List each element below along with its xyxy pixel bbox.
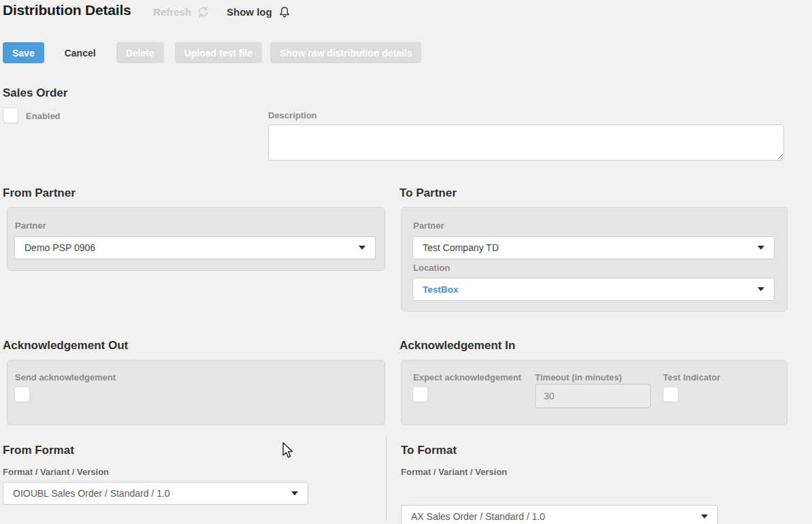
- show-log-button[interactable]: Show log: [227, 5, 291, 19]
- description-label: Description: [268, 110, 317, 120]
- expect-acknowledgement-checkbox[interactable]: [412, 387, 428, 402]
- delete-button[interactable]: Delete: [116, 42, 164, 63]
- sales-order-heading: Sales Order: [3, 86, 67, 100]
- chevron-down-icon: [701, 514, 708, 519]
- to-partner-partner-label: Partner: [413, 220, 444, 231]
- timeout-input[interactable]: [535, 384, 651, 408]
- to-partner-panel: Partner Test Company TD Location TestBox: [401, 207, 787, 312]
- acknowledgement-out-heading: Acknowledgement Out: [3, 339, 128, 353]
- enabled-label: Enabled: [26, 111, 61, 121]
- description-textarea[interactable]: [268, 125, 784, 161]
- format-sections-divider: [386, 436, 387, 521]
- chevron-down-icon: [758, 287, 764, 291]
- acknowledgement-in-heading: Acknowledgement In: [400, 339, 515, 353]
- timeout-label: Timeout (in minutes): [535, 372, 622, 382]
- chevron-down-icon: [758, 246, 764, 250]
- send-acknowledgement-checkbox[interactable]: [14, 387, 30, 402]
- acknowledgement-out-panel: Send acknowledgement: [7, 360, 385, 425]
- bell-icon: [278, 5, 291, 19]
- from-partner-heading: From Partner: [3, 186, 76, 200]
- show-raw-distribution-details-button[interactable]: Show raw distribution details: [270, 42, 421, 63]
- from-partner-partner-label: Partner: [15, 220, 46, 231]
- to-partner-partner-select[interactable]: Test Company TD: [412, 236, 775, 259]
- from-format-select[interactable]: OIOUBL Sales Order / Standard / 1.0: [3, 482, 308, 505]
- expect-acknowledgement-label: Expect acknowledgement: [413, 372, 521, 382]
- to-partner-partner-select-value: Test Company TD: [423, 242, 751, 253]
- test-indicator-label: Test Indicator: [663, 372, 720, 382]
- save-button[interactable]: Save: [3, 42, 44, 63]
- upload-test-file-button[interactable]: Upload test file: [175, 42, 262, 63]
- refresh-button[interactable]: Refresh: [153, 5, 210, 18]
- test-indicator-checkbox[interactable]: [663, 387, 679, 402]
- from-format-fvv-label: Format / Variant / Version: [3, 467, 109, 477]
- cancel-button[interactable]: Cancel: [58, 42, 103, 63]
- from-partner-panel: Partner Demo PSP 0906: [7, 207, 385, 271]
- to-format-heading: To Format: [401, 444, 457, 457]
- page-title: Distribution Details: [3, 2, 131, 18]
- enabled-checkbox[interactable]: [3, 108, 18, 123]
- to-format-select-value: AX Sales Order / Standard / 1.0: [411, 511, 694, 522]
- chevron-down-icon: [291, 491, 298, 495]
- chevron-down-icon: [359, 246, 366, 250]
- to-partner-location-select-value: TestBox: [423, 284, 751, 295]
- from-format-heading: From Format: [3, 444, 74, 457]
- mouse-cursor: [282, 442, 295, 463]
- to-format-fvv-label: Format / Variant / Version: [401, 467, 507, 477]
- send-acknowledgement-label: Send acknowledgement: [15, 372, 116, 382]
- to-format-select[interactable]: AX Sales Order / Standard / 1.0: [401, 505, 718, 524]
- to-partner-location-label: Location: [413, 263, 450, 273]
- from-format-select-value: OIOUBL Sales Order / Standard / 1.0: [13, 488, 285, 499]
- from-partner-select[interactable]: Demo PSP 0906: [14, 236, 376, 259]
- acknowledgement-in-panel: Expect acknowledgement Timeout (in minut…: [401, 360, 787, 425]
- show-log-button-label: Show log: [227, 6, 272, 18]
- from-partner-select-value: Demo PSP 0906: [25, 242, 352, 253]
- refresh-button-label: Refresh: [153, 6, 191, 18]
- refresh-icon: [197, 5, 210, 18]
- to-partner-location-select[interactable]: TestBox: [412, 278, 775, 301]
- to-partner-heading: To Partner: [400, 186, 457, 200]
